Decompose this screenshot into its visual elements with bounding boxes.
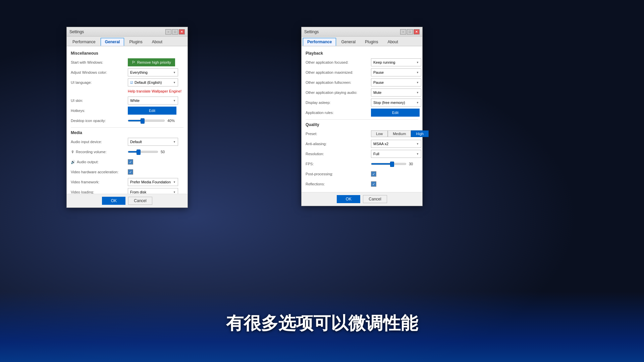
row-app-maximized: Other application maximized: Pause ▼ bbox=[306, 68, 418, 76]
label-antialiasing: Anti-aliasing: bbox=[306, 142, 371, 146]
preset-buttons-group: Low Medium High bbox=[371, 130, 429, 137]
tab-general-1[interactable]: General bbox=[101, 38, 124, 46]
ok-button-2[interactable]: OK bbox=[337, 195, 360, 203]
opacity-slider-thumb[interactable] bbox=[141, 118, 145, 124]
tab-plugins-1[interactable]: Plugins bbox=[125, 38, 147, 46]
label-hotkeys: Hotkeys: bbox=[71, 109, 128, 113]
row-video-loading: Video loading: From disk ▼ bbox=[71, 188, 183, 194]
ctrl-antialiasing: MSAA x2 ▼ bbox=[371, 140, 421, 148]
chevron-down-icon-maximized: ▼ bbox=[416, 71, 419, 74]
fps-slider-thumb[interactable] bbox=[390, 162, 394, 167]
ctrl-fps: 30 bbox=[371, 162, 419, 166]
remove-high-priority-button[interactable]: 🏳 Remove high priority bbox=[128, 58, 175, 66]
fps-slider-container: 30 bbox=[371, 162, 419, 166]
chevron-down-icon-asleep: ▼ bbox=[416, 101, 419, 104]
maximize-button-2[interactable]: □ bbox=[407, 29, 413, 35]
close-button-2[interactable]: ✕ bbox=[414, 29, 420, 35]
help-translate-link[interactable]: Help translate Wallpaper Engine! bbox=[128, 89, 181, 93]
dropdown-skin-value: White bbox=[130, 99, 140, 103]
hotkeys-edit-button[interactable]: Edit bbox=[128, 107, 176, 115]
row-app-rules: Application rules: Edit bbox=[306, 109, 418, 117]
chevron-down-icon-skin: ▼ bbox=[173, 99, 176, 102]
row-display-asleep: Display asleep: Stop (free memory) ▼ bbox=[306, 99, 418, 107]
tab-general-2[interactable]: General bbox=[337, 38, 360, 46]
label-ui-skin: UI skin: bbox=[71, 99, 128, 103]
dropdown-audio-input[interactable]: Default ▼ bbox=[128, 138, 178, 146]
chevron-down-icon-focused: ▼ bbox=[416, 61, 419, 64]
tab-plugins-2[interactable]: Plugins bbox=[361, 38, 382, 46]
window-controls-2: − □ ✕ bbox=[400, 29, 420, 35]
ctrl-adjust-color: Everything ▼ bbox=[128, 68, 183, 76]
row-app-audio: Other application playing audio: Mute ▼ bbox=[306, 88, 418, 97]
dropdown-asleep-value: Stop (free memory) bbox=[373, 101, 405, 105]
preset-low-button[interactable]: Low bbox=[371, 130, 388, 137]
label-app-audio: Other application playing audio: bbox=[306, 90, 371, 95]
dropdown-app-maximized[interactable]: Pause ▼ bbox=[371, 68, 421, 76]
section-playback-header: Playback bbox=[306, 51, 418, 56]
label-app-focused: Other application focused: bbox=[306, 60, 371, 64]
dropdown-display-asleep[interactable]: Stop (free memory) ▼ bbox=[371, 99, 421, 107]
dropdown-app-fullscreen[interactable]: Pause ▼ bbox=[371, 78, 421, 86]
fps-slider-track[interactable] bbox=[371, 163, 406, 165]
row-resolution: Resolution: Full ▼ bbox=[306, 150, 418, 158]
dropdown-res-value: Full bbox=[373, 152, 379, 156]
tab-about-1[interactable]: About bbox=[148, 38, 167, 46]
label-app-rules: Application rules: bbox=[306, 111, 371, 115]
ctrl-recording-vol: 50 bbox=[128, 150, 183, 154]
dropdown-antialiasing[interactable]: MSAA x2 ▼ bbox=[371, 140, 421, 148]
minimize-button-1[interactable]: − bbox=[165, 29, 171, 35]
label-app-fullscreen: Other application fullscreen: bbox=[306, 80, 371, 84]
ctrl-app-fullscreen: Pause ▼ bbox=[371, 78, 421, 86]
dropdown-aa-value: MSAA x2 bbox=[373, 142, 388, 146]
checkbox-hw-accel[interactable]: ✓ bbox=[128, 169, 133, 175]
tab-performance-1[interactable]: Performance bbox=[68, 38, 100, 46]
tab-about-2[interactable]: About bbox=[383, 38, 402, 46]
checkbox-post-processing[interactable]: ✓ bbox=[371, 171, 376, 177]
dropdown-video-framework[interactable]: Prefer Media Foundation ▼ bbox=[128, 178, 178, 186]
ok-button-1[interactable]: OK bbox=[102, 197, 125, 205]
divider-2 bbox=[306, 119, 418, 120]
checkbox-reflections[interactable]: ✓ bbox=[371, 181, 376, 187]
label-preset: Preset: bbox=[306, 132, 371, 136]
dropdown-video-loading[interactable]: From disk ▼ bbox=[128, 188, 178, 194]
recording-slider-value: 50 bbox=[161, 150, 171, 154]
cancel-button-2[interactable]: Cancel bbox=[363, 195, 387, 203]
chevron-down-icon-audio: ▼ bbox=[173, 140, 176, 143]
row-preset: Preset: Low Medium High bbox=[306, 130, 418, 138]
recording-slider-thumb[interactable] bbox=[137, 149, 141, 155]
dropdown-ui-language[interactable]: ☑ Default (English) ▼ bbox=[128, 78, 178, 86]
row-hotkeys: Hotkeys: Edit bbox=[71, 107, 183, 115]
window-content-2: Playback Other application focused: Keep… bbox=[302, 46, 422, 192]
dropdown-resolution[interactable]: Full ▼ bbox=[371, 150, 421, 158]
cancel-button-1[interactable]: Cancel bbox=[128, 197, 152, 205]
chevron-down-icon-aa: ▼ bbox=[416, 142, 419, 145]
label-resolution: Resolution: bbox=[306, 152, 371, 156]
checkbox-audio-output[interactable]: ✓ bbox=[128, 159, 133, 165]
dropdown-app-audio[interactable]: Mute ▼ bbox=[371, 88, 421, 97]
dropdown-audio-value: Default bbox=[130, 140, 142, 144]
preset-medium-button[interactable]: Medium bbox=[388, 130, 411, 137]
row-help-translate: Help translate Wallpaper Engine! bbox=[128, 87, 183, 95]
dropdown-adjust-color[interactable]: Everything ▼ bbox=[128, 68, 178, 76]
ctrl-start-windows: 🏳 Remove high priority bbox=[128, 58, 183, 66]
row-app-focused: Other application focused: Keep running … bbox=[306, 58, 418, 66]
dropdown-ui-skin[interactable]: White ▼ bbox=[128, 97, 178, 105]
dropdown-app-focused[interactable]: Keep running ▼ bbox=[371, 58, 421, 66]
tab-performance-2[interactable]: Performance bbox=[303, 38, 336, 46]
chevron-down-icon-lang: ▼ bbox=[173, 81, 176, 84]
preset-high-button[interactable]: High bbox=[411, 130, 429, 137]
dropdown-language-value: Default (English) bbox=[135, 80, 162, 84]
ctrl-hotkeys: Edit bbox=[128, 107, 183, 115]
opacity-slider-track[interactable] bbox=[128, 120, 165, 122]
label-adjust-color: Adjust Windows color: bbox=[71, 70, 128, 74]
ctrl-resolution: Full ▼ bbox=[371, 150, 421, 158]
close-button-1[interactable]: ✕ bbox=[179, 29, 185, 35]
fps-slider-value: 30 bbox=[409, 162, 419, 166]
maximize-button-1[interactable]: □ bbox=[172, 29, 178, 35]
row-audio-output: 🔊 Audio output: ✓ bbox=[71, 158, 183, 166]
app-rules-edit-button[interactable]: Edit bbox=[371, 109, 420, 117]
tabs-2: Performance General Plugins About bbox=[302, 37, 422, 46]
minimize-button-2[interactable]: − bbox=[400, 29, 406, 35]
recording-slider-track[interactable] bbox=[128, 151, 158, 153]
ctrl-hw-accel: ✓ bbox=[128, 169, 183, 175]
